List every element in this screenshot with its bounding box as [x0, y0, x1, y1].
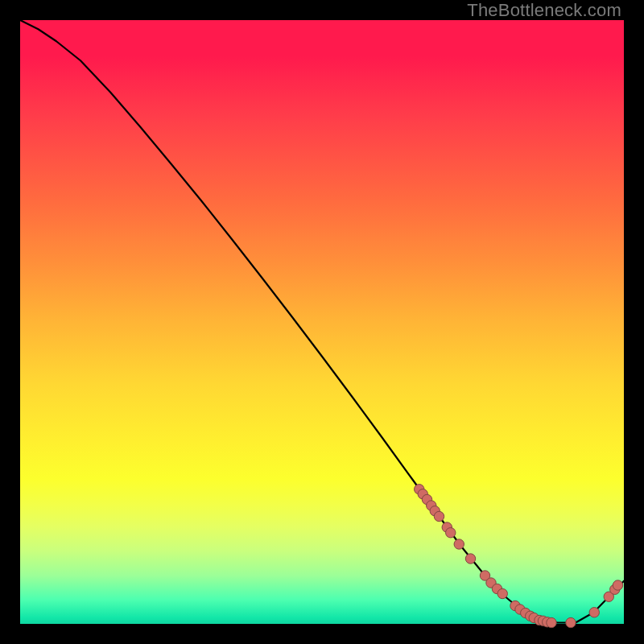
curve-dots-group: [415, 485, 623, 628]
curve-dot: [454, 539, 464, 549]
bottleneck-curve: [20, 20, 624, 623]
curve-dot: [434, 511, 444, 521]
curve-dot: [547, 617, 556, 627]
curve-dot: [446, 528, 456, 538]
curve-dot: [497, 588, 507, 598]
watermark-text: TheBottleneck.com: [467, 0, 621, 21]
chart-svg: [20, 20, 624, 624]
curve-dot: [566, 617, 576, 627]
chart-stage: TheBottleneck.com: [0, 0, 644, 644]
curve-dot: [613, 580, 622, 590]
plot-area: [20, 20, 624, 624]
curve-dot: [589, 608, 599, 617]
curve-dot: [465, 554, 475, 564]
